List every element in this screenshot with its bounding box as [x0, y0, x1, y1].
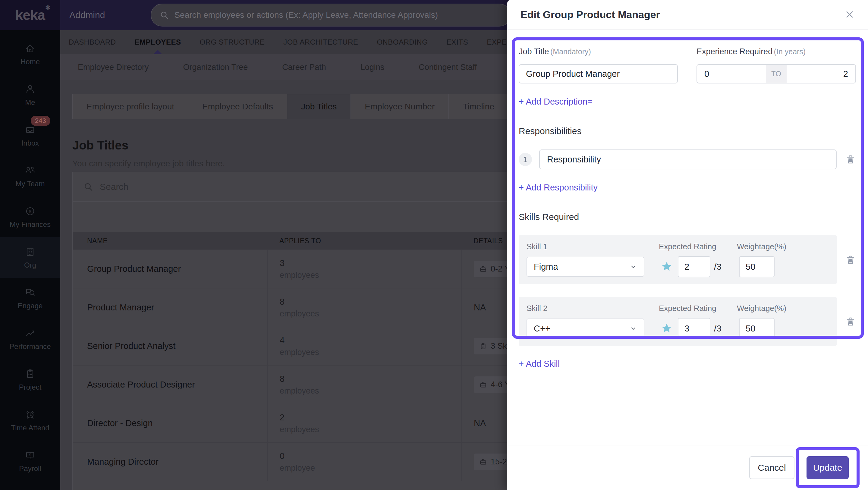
experience-to-separator: TO — [766, 65, 786, 83]
subnav-organization-tree[interactable]: Organization Tree — [183, 63, 248, 72]
sidebar-item-label: Me — [25, 98, 35, 107]
briefcase-icon — [479, 265, 487, 273]
column-header-name: NAME — [73, 237, 267, 245]
tab-timeline[interactable]: Timeline — [449, 94, 508, 119]
chevron-down-icon — [629, 263, 637, 271]
close-button[interactable] — [844, 9, 855, 20]
user-icon — [24, 83, 36, 95]
expected-rating-label: Expected Rating — [659, 304, 737, 313]
experience-range-field[interactable]: 0 TO 2 — [696, 64, 856, 84]
applies-count: 8 — [280, 374, 461, 384]
delete-skill-button[interactable] — [845, 316, 856, 327]
app-screen: keka✱ Home Me 243 Inbox My Team $ M — [0, 0, 868, 490]
engage-icon — [24, 286, 36, 299]
drawer-footer: Cancel Update — [507, 445, 868, 490]
sidebar-item-inbox[interactable]: 243 Inbox — [0, 115, 60, 156]
experience-from-value[interactable]: 0 — [698, 69, 715, 79]
edit-job-title-drawer: Edit Group Product Manager Job Title (Ma… — [507, 0, 868, 490]
drawer-body: Job Title (Mandatory) Experience Require… — [507, 30, 868, 369]
delete-responsibility-button[interactable] — [845, 154, 856, 165]
sidebar-item-label: Performance — [9, 342, 51, 351]
weightage-field[interactable] — [739, 318, 775, 339]
home-icon — [24, 42, 36, 55]
sidebar-item-org[interactable]: Org — [0, 237, 60, 278]
trash-icon — [845, 254, 856, 265]
nav-item-onboarding[interactable]: ONBOARDING — [377, 30, 428, 54]
logo-cell[interactable]: keka✱ — [0, 0, 60, 30]
nav-item-exits[interactable]: EXITS — [446, 30, 468, 54]
add-responsibility-link[interactable]: + Add Responsibility — [519, 183, 598, 192]
weightage-field[interactable] — [739, 256, 775, 277]
subnav-contingent-staff[interactable]: Contingent Staff — [418, 63, 477, 72]
sidebar-item-label: My Team — [16, 180, 45, 188]
briefcase-icon — [479, 381, 487, 389]
sidebar-item-me[interactable]: Me — [0, 74, 60, 115]
job-title-field[interactable] — [519, 64, 678, 84]
logo-spark-icon: ✱ — [45, 4, 50, 12]
applies-count: 3 — [280, 258, 461, 268]
sidebar-item-engage[interactable]: Engage — [0, 278, 60, 318]
job-title-name: Senior Product Analyst — [73, 327, 267, 365]
add-description-link[interactable]: + Add Description= — [519, 97, 592, 107]
subnav-logins[interactable]: Logins — [361, 63, 384, 72]
applies-unit: employee — [280, 463, 461, 473]
chevron-down-icon — [629, 325, 637, 332]
job-title-name: Director - Design — [73, 404, 267, 442]
sidebar-item-my-finances[interactable]: $ My Finances — [0, 196, 60, 237]
trash-icon — [845, 154, 856, 165]
sidebar-item-label: Home — [21, 58, 40, 66]
sidebar-item-project[interactable]: Project — [0, 359, 60, 400]
payroll-icon: $ — [24, 449, 36, 461]
nav-item-dashboard[interactable]: DASHBOARD — [69, 30, 116, 54]
sidebar-nav: Home Me 243 Inbox My Team $ My Finances — [0, 30, 60, 481]
expected-rating-field[interactable] — [678, 256, 710, 277]
tab-job-titles[interactable]: Job Titles — [287, 94, 351, 119]
sidebar-item-home[interactable]: Home — [0, 34, 60, 74]
nav-item-org-structure[interactable]: ORG STRUCTURE — [199, 30, 265, 54]
update-button[interactable]: Update — [807, 456, 849, 479]
skill-select[interactable]: Figma — [527, 257, 644, 277]
applies-count: 0 — [280, 451, 461, 461]
nav-item-job-architecture[interactable]: JOB ARCHITECTURE — [283, 30, 358, 54]
tab-employee-defaults[interactable]: Employee Defaults — [188, 94, 287, 119]
skill-label: Skill 1 — [527, 242, 659, 251]
expected-rating-field[interactable] — [678, 318, 710, 339]
company-name: Addmind — [69, 10, 105, 20]
sidebar-item-payroll[interactable]: $ Payroll — [0, 440, 60, 481]
weightage-label: Weightage(%) — [737, 242, 829, 251]
team-icon — [24, 164, 36, 177]
finances-icon: $ — [24, 205, 36, 217]
job-title-name: Group Product Manager — [73, 250, 267, 288]
skill-select[interactable]: C++ — [527, 318, 644, 338]
experience-to-value[interactable]: 2 — [837, 69, 854, 79]
tab-employee-number[interactable]: Employee Number — [351, 94, 449, 119]
expected-rating-label: Expected Rating — [659, 242, 737, 251]
responsibility-field[interactable] — [539, 150, 837, 170]
global-search[interactable] — [151, 4, 511, 27]
column-header-applies-to: APPLIES TO — [267, 237, 461, 245]
tab-employee-profile-layout[interactable]: Employee profile layout — [73, 94, 188, 119]
svg-text:$: $ — [29, 209, 32, 214]
job-title-label: Job Title (Mandatory) — [519, 47, 678, 56]
subnav-employee-directory[interactable]: Employee Directory — [78, 63, 149, 72]
add-skill-link[interactable]: + Add Skill — [519, 359, 560, 369]
update-highlight-annotation: Update — [796, 447, 860, 488]
weightage-label: Weightage(%) — [737, 304, 829, 313]
sidebar-item-performance[interactable]: Performance — [0, 318, 60, 359]
global-search-input[interactable] — [174, 10, 502, 20]
delete-skill-button[interactable] — [845, 254, 856, 265]
sidebar-item-time-attend[interactable]: Time Attend — [0, 400, 60, 440]
inbox-count-badge: 243 — [31, 116, 50, 126]
rating-star-icon — [661, 323, 673, 334]
sidebar-item-label: Time Attend — [11, 424, 49, 432]
applies-count: 4 — [280, 335, 461, 345]
applies-unit: employees — [280, 271, 461, 280]
experience-label: Experience Required (In years) — [696, 47, 856, 56]
sidebar-item-my-team[interactable]: My Team — [0, 156, 60, 196]
nav-item-employees[interactable]: EMPLOYEES — [135, 30, 181, 54]
subnav-career-path[interactable]: Career Path — [282, 63, 326, 72]
applies-unit: employees — [280, 425, 461, 434]
cancel-button[interactable]: Cancel — [749, 456, 795, 479]
search-icon — [160, 10, 169, 20]
applies-unit: employees — [280, 348, 461, 357]
